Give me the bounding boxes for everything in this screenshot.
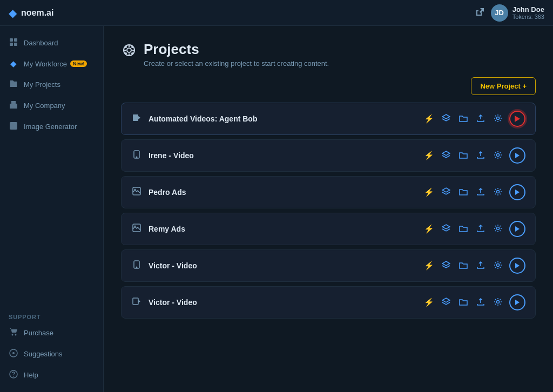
svg-rect-0 [10, 38, 13, 42]
table-row[interactable]: Irene - Video ⚡ [121, 139, 536, 172]
project-name: Irene - Video [149, 151, 194, 160]
svg-rect-3 [14, 43, 17, 46]
play-button[interactable] [509, 147, 525, 164]
bolt-icon[interactable]: ⚡ [423, 114, 435, 124]
svg-marker-21 [138, 116, 140, 119]
logo-text: noem.ai [21, 8, 53, 18]
gear-icon[interactable] [492, 114, 504, 124]
new-project-button[interactable]: New Project + [471, 77, 536, 95]
svg-point-15 [127, 48, 131, 52]
svg-marker-35 [515, 226, 520, 232]
layers-icon[interactable] [440, 114, 452, 124]
bolt-icon[interactable]: ⚡ [423, 261, 435, 271]
logo-icon: ◆ [9, 6, 17, 19]
upload-icon[interactable] [475, 114, 487, 124]
layers-icon[interactable] [440, 151, 452, 161]
sidebar-item-image-gen-label: Image Generator [24, 123, 77, 131]
bolt-icon[interactable]: ⚡ [423, 187, 435, 197]
sidebar-item-suggestions-label: Suggestions [24, 350, 63, 358]
support-label: SUPPORT [0, 307, 103, 322]
folder-icon[interactable] [457, 261, 469, 271]
layers-icon[interactable] [440, 224, 452, 234]
project-actions: ⚡ [423, 184, 525, 200]
svg-rect-20 [133, 114, 138, 121]
upload-icon[interactable] [475, 261, 487, 271]
project-name: Remy Ads [149, 225, 185, 233]
sidebar-item-projects-label: My Projects [24, 80, 60, 89]
upload-icon[interactable] [475, 151, 487, 161]
play-button[interactable] [509, 294, 525, 310]
sidebar-item-my-workforce[interactable]: ◆ My Workforce New! [0, 53, 103, 74]
sidebar-item-help[interactable]: Help [0, 364, 103, 386]
suggestions-icon [9, 349, 18, 359]
layers-icon[interactable] [440, 187, 452, 198]
table-row[interactable]: Automated Videos: Agent Bob ⚡ [121, 103, 536, 135]
workforce-icon: ◆ [9, 59, 18, 69]
project-row-left: Irene - Video [131, 150, 423, 161]
sidebar: Dashboard ◆ My Workforce New! My Project… [0, 26, 104, 392]
layers-icon[interactable] [440, 261, 452, 271]
sidebar-item-my-projects[interactable]: My Projects [0, 74, 103, 95]
dashboard-icon [9, 38, 18, 48]
bolt-icon[interactable]: ⚡ [423, 224, 435, 234]
sidebar-item-suggestions[interactable]: Suggestions [0, 343, 103, 364]
upload-icon[interactable] [475, 187, 487, 198]
folder-icon[interactable] [457, 114, 469, 124]
svg-rect-40 [133, 298, 138, 305]
svg-rect-4 [10, 104, 17, 109]
play-button[interactable] [509, 111, 525, 127]
project-row-left: Victor - Video [131, 260, 423, 271]
table-row[interactable]: Victor - Video ⚡ [121, 249, 536, 282]
table-row[interactable]: Pedro Ads ⚡ [121, 176, 536, 208]
user-tokens: Tokens: 363 [512, 13, 544, 20]
bolt-icon[interactable]: ⚡ [423, 151, 435, 160]
gear-icon[interactable] [492, 298, 504, 308]
table-row[interactable]: Remy Ads ⚡ [121, 213, 536, 245]
page-title: Projects [144, 41, 329, 58]
gear-icon[interactable] [492, 151, 504, 161]
play-button[interactable] [509, 184, 525, 200]
gear-icon[interactable] [492, 224, 504, 234]
play-button[interactable] [509, 221, 525, 237]
bolt-icon[interactable]: ⚡ [423, 298, 435, 307]
svg-point-17 [131, 46, 133, 48]
external-link-icon[interactable] [476, 8, 484, 18]
svg-marker-27 [515, 153, 520, 158]
upload-icon[interactable] [475, 224, 487, 234]
project-name: Victor - Video [149, 298, 197, 307]
header-right: JD John Doe Tokens: 363 [476, 4, 544, 22]
gear-icon[interactable] [492, 187, 504, 198]
sidebar-item-workforce-label: My Workforce New! [24, 60, 87, 68]
sidebar-item-purchase[interactable]: Purchase [0, 322, 103, 343]
project-actions: ⚡ [423, 111, 525, 127]
play-button[interactable] [509, 258, 525, 274]
user-area: JD John Doe Tokens: 363 [491, 4, 544, 22]
video-type-icon [131, 297, 142, 308]
svg-point-13 [13, 376, 14, 377]
sidebar-item-dashboard[interactable]: Dashboard [0, 32, 103, 53]
svg-point-16 [125, 46, 127, 48]
svg-point-25 [136, 157, 137, 158]
new-badge: New! [70, 60, 87, 67]
sidebar-item-image-generator[interactable]: Image Generator [0, 116, 103, 137]
table-row[interactable]: Victor - Video ⚡ [121, 286, 536, 319]
project-row-left: Automated Videos: Agent Bob [131, 113, 423, 124]
main-content: Projects Create or select an existing pr… [104, 26, 553, 392]
page-header: Projects Create or select an existing pr… [121, 41, 536, 67]
folder-icon[interactable] [457, 298, 469, 308]
gear-icon[interactable] [492, 261, 504, 271]
project-name: Automated Videos: Agent Bob [149, 114, 257, 123]
folder-icon[interactable] [457, 151, 469, 161]
svg-point-19 [131, 52, 133, 55]
svg-point-18 [125, 52, 127, 55]
folder-icon[interactable] [457, 187, 469, 198]
sidebar-item-my-company[interactable]: My Company [0, 95, 103, 116]
sidebar-item-purchase-label: Purchase [24, 329, 53, 337]
svg-rect-5 [11, 101, 16, 104]
folder-icon[interactable] [457, 224, 469, 234]
upload-icon[interactable] [475, 298, 487, 308]
svg-rect-1 [14, 38, 17, 42]
sidebar-item-dashboard-label: Dashboard [24, 39, 58, 47]
svg-point-11 [12, 352, 15, 354]
layers-icon[interactable] [440, 298, 452, 308]
